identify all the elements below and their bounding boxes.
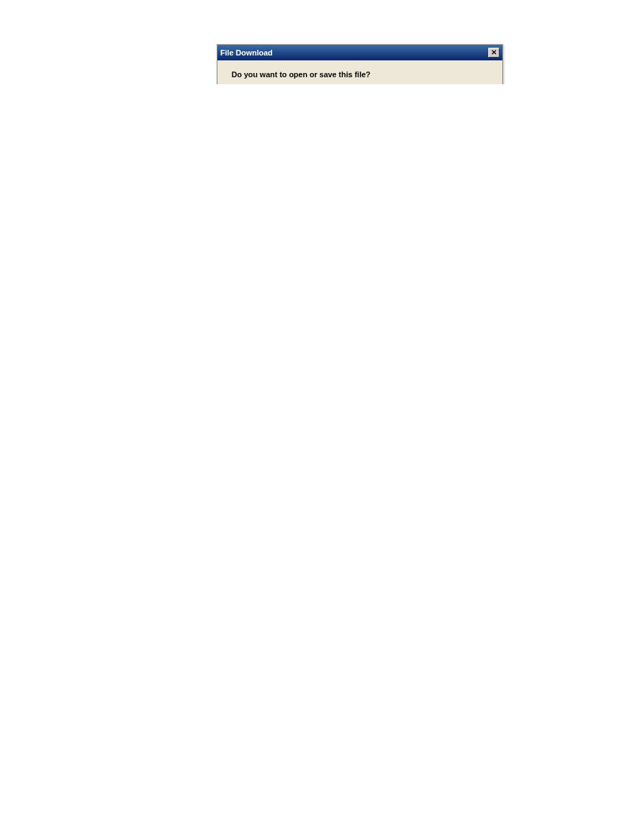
file-download-dialog: File Download ✕ Do you want to open or s… <box>217 44 503 84</box>
close-icon[interactable]: ✕ <box>488 48 499 58</box>
dialog-title: File Download <box>220 48 488 57</box>
dialog-prompt: Do you want to open or save this file? <box>229 70 491 79</box>
dialog-titlebar[interactable]: File Download ✕ <box>217 45 502 60</box>
